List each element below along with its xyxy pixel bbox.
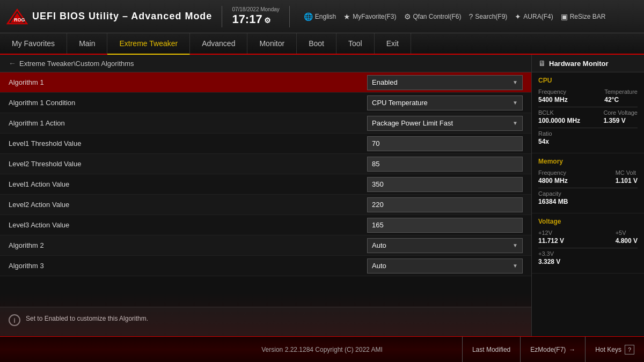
nav-main[interactable]: Main [67, 33, 107, 54]
setting-control: 85 [367, 157, 523, 172]
toolbar-myfavorite[interactable]: ★ MyFavorite(F3) [343, 12, 396, 21]
chevron-down-icon: ▼ [513, 120, 518, 126]
setting-label: Algorithm 2 [9, 241, 367, 249]
divider-1 [222, 6, 222, 27]
hw-row: BCLK 100.0000 MHz Core Voltage 1.359 V [538, 109, 638, 124]
nav-tool[interactable]: Tool [336, 33, 375, 54]
ezmode-label: EzMode(F7) [530, 346, 566, 353]
hw-section-title-voltage: Voltage [538, 218, 638, 225]
search-icon: ? [469, 12, 473, 21]
hw-divider [538, 107, 638, 107]
level3-action-input[interactable]: 165 [367, 218, 523, 233]
hw-section-memory: Memory Frequency 4800 MHz MC Volt 1.101 … [532, 153, 644, 213]
hw-col: Frequency 5400 MHz [538, 88, 568, 104]
hw-row: Frequency 4800 MHz MC Volt 1.101 V [538, 169, 638, 184]
arrow-right-icon: → [569, 346, 575, 353]
nav-boot[interactable]: Boot [297, 33, 336, 54]
nav-exit[interactable]: Exit [375, 33, 411, 54]
hw-col: Core Voltage 1.359 V [603, 109, 638, 124]
hw-value: 4.800 V [616, 237, 638, 245]
nav-advanced[interactable]: Advanced [190, 33, 247, 54]
toolbar-resizebar[interactable]: ▣ ReSize BAR [561, 12, 606, 21]
last-modified-button[interactable]: Last Modified [462, 337, 520, 362]
hw-divider [538, 128, 638, 128]
toolbar-search[interactable]: ? Search(F9) [469, 12, 508, 21]
level2-threshold-input[interactable]: 85 [367, 157, 523, 172]
level2-action-input[interactable]: 220 [367, 197, 523, 212]
hw-value: 11.712 V [538, 237, 564, 245]
time-display: 17:17⚙ [232, 12, 270, 26]
gear-icon[interactable]: ⚙ [264, 16, 271, 25]
toolbar-qfan[interactable]: ⚙ Qfan Control(F6) [404, 12, 462, 21]
bios-title: UEFI BIOS Utility – Advanced Mode [32, 11, 212, 22]
toolbar-aura[interactable]: ✦ AURA(F4) [515, 12, 553, 21]
setting-label: Algorithm 1 [9, 78, 367, 86]
hw-col: +3.3V 3.328 V [538, 250, 560, 265]
divider-2 [289, 6, 290, 27]
datetime-block: 07/18/2022 Monday 17:17⚙ [232, 6, 279, 26]
setting-label: Level3 Action Value [9, 221, 367, 229]
hw-label: MC Volt [616, 169, 638, 176]
algorithm1-condition-dropdown[interactable]: CPU Temperature ▼ [367, 95, 523, 110]
table-row: Algorithm 1 Condition CPU Temperature ▼ [0, 93, 531, 113]
hw-label: BCLK [538, 109, 580, 116]
level1-action-input[interactable]: 350 [367, 177, 523, 192]
resize-icon: ▣ [561, 12, 568, 21]
nav-my-favorites[interactable]: My Favorites [0, 33, 67, 54]
breadcrumb: ← Extreme Tweaker\Custom Algorithms [0, 55, 531, 72]
algorithm1-dropdown[interactable]: Enabled ▼ [367, 75, 523, 90]
hw-col: Temperature 42°C [604, 88, 638, 104]
setting-label: Level1 Action Value [9, 180, 367, 188]
setting-label: Algorithm 1 Action [9, 119, 367, 127]
hw-col: +5V 4.800 V [616, 230, 638, 245]
hw-section-cpu: CPU Frequency 5400 MHz Temperature 42°C … [532, 72, 644, 153]
hw-value: 4800 MHz [538, 177, 568, 184]
algorithm2-dropdown[interactable]: Auto ▼ [367, 238, 523, 253]
last-modified-label: Last Modified [472, 346, 510, 353]
toolbar-english[interactable]: 🌐 English [304, 12, 336, 21]
setting-label: Algorithm 3 [9, 262, 367, 270]
setting-control: 70 [367, 136, 523, 151]
algorithm1-action-dropdown[interactable]: Package Power Limit Fast ▼ [367, 116, 523, 131]
nav-monitor[interactable]: Monitor [247, 33, 297, 54]
back-button[interactable]: ← [9, 59, 16, 68]
footer-buttons: Last Modified EzMode(F7) → Hot Keys ? [462, 337, 644, 362]
footer: Version 2.22.1284 Copyright (C) 2022 AMI… [0, 336, 644, 362]
level1-threshold-input[interactable]: 70 [367, 136, 523, 151]
info-icon: i [9, 314, 20, 326]
hw-section-title-cpu: CPU [538, 77, 638, 84]
hw-value: 100.0000 MHz [538, 117, 580, 124]
chevron-down-icon: ▼ [513, 263, 518, 269]
hw-value: 54x [538, 138, 552, 145]
hw-label: +5V [616, 230, 638, 236]
hw-col: +12V 11.712 V [538, 230, 564, 245]
top-bar: ROG UEFI BIOS Utility – Advanced Mode 07… [0, 0, 644, 33]
setting-control: Package Power Limit Fast ▼ [367, 116, 523, 131]
hw-label: Core Voltage [603, 109, 638, 116]
setting-label: Level2 Action Value [9, 201, 367, 209]
hw-divider [538, 248, 638, 248]
main-content: ← Extreme Tweaker\Custom Algorithms Algo… [0, 55, 644, 336]
breadcrumb-path: Extreme Tweaker\Custom Algorithms [19, 60, 134, 68]
hw-value: 1.359 V [603, 117, 638, 124]
hw-value: 1.101 V [616, 177, 638, 184]
hw-label: +3.3V [538, 250, 560, 257]
info-text: Set to Enabled to customize this Algorit… [26, 314, 148, 323]
toolbar-items: 🌐 English ★ MyFavorite(F3) ⚙ Qfan Contro… [304, 12, 606, 21]
table-row: Algorithm 3 Auto ▼ [0, 256, 531, 276]
setting-label: Level2 Threshold Value [9, 160, 367, 168]
setting-control: 350 [367, 177, 523, 192]
settings-list: Algorithm 1 Enabled ▼ Algorithm 1 Condit… [0, 72, 531, 307]
nav-extreme-tweaker[interactable]: Extreme Tweaker [107, 33, 190, 55]
hot-keys-button[interactable]: Hot Keys ? [585, 337, 644, 362]
algorithm3-dropdown[interactable]: Auto ▼ [367, 258, 523, 274]
setting-control: 220 [367, 197, 523, 212]
svg-text:ROG: ROG [14, 17, 25, 23]
hw-label: Temperature [604, 88, 638, 95]
logo-area: ROG UEFI BIOS Utility – Advanced Mode [6, 9, 212, 25]
hw-value: 42°C [604, 96, 638, 104]
setting-control: Enabled ▼ [367, 75, 523, 90]
chevron-down-icon: ▼ [513, 100, 518, 106]
monitor-icon: 🖥 [538, 59, 546, 68]
ezmode-button[interactable]: EzMode(F7) → [520, 337, 585, 362]
